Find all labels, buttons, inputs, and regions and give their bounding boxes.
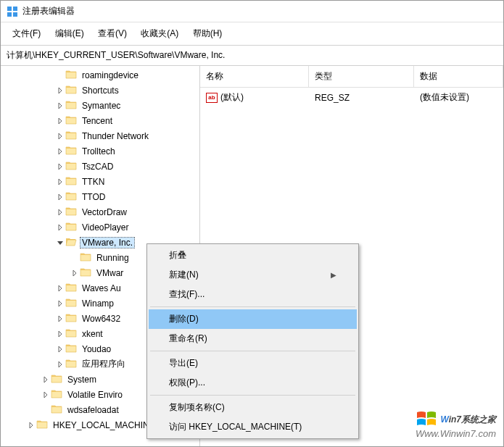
folder-icon [80, 251, 94, 264]
tree-node-label: Wow6432 [80, 314, 123, 324]
chevron-right-icon[interactable] [55, 301, 65, 306]
value-name: (默认) [220, 92, 244, 102]
tree-node-label: VideoPlayer [80, 222, 131, 233]
context-menu-separator [150, 395, 355, 396]
context-menu-item[interactable]: 重命名(R) [149, 329, 357, 348]
list-row[interactable]: ab(默认)REG_SZ(数值未设置) [200, 89, 503, 106]
tree-node[interactable]: Tencent [1, 113, 199, 128]
tree-node-label: Youdao [80, 344, 113, 354]
menu-favorites[interactable]: 收藏夹(A) [135, 25, 184, 42]
tree-node-label: Volatile Enviro [65, 390, 125, 400]
chevron-right-icon[interactable] [55, 316, 65, 322]
folder-icon [51, 388, 65, 401]
folder-icon [65, 145, 80, 157]
chevron-right-icon[interactable] [55, 118, 65, 124]
tree-node-label: 应用程序向 [80, 358, 128, 370]
tree-node-label: Trolltech [80, 146, 117, 156]
tree-node-label: TszCAD [80, 162, 115, 172]
chevron-right-icon[interactable] [55, 209, 65, 215]
svg-rect-1 [13, 7, 17, 11]
tree-node[interactable]: VectorDraw [1, 204, 199, 220]
chevron-right-icon[interactable] [41, 392, 51, 398]
context-menu-separator [150, 351, 355, 351]
folder-icon [65, 69, 80, 81]
address-bar[interactable]: 计算机\HKEY_CURRENT_USER\Software\VMware, I… [1, 46, 503, 66]
tree-node-label: Winamp [80, 298, 116, 309]
chevron-right-icon[interactable] [55, 149, 65, 154]
menu-edit[interactable]: 编辑(E) [49, 25, 90, 42]
col-header-data[interactable]: 数据 [414, 66, 503, 87]
tree-node[interactable]: TszCAD [1, 159, 199, 174]
chevron-right-icon[interactable] [55, 285, 65, 291]
value-type: REG_SZ [309, 92, 414, 104]
context-menu-item[interactable]: 权限(P)... [149, 373, 357, 393]
tree-node[interactable]: TTKN [1, 174, 199, 189]
tree-node-label: System [65, 375, 99, 385]
col-header-type[interactable]: 类型 [309, 66, 414, 87]
context-menu-item[interactable]: 导出(E) [149, 354, 357, 373]
context-menu-item[interactable]: 访问 HKEY_LOCAL_MACHINE(T) [149, 417, 357, 437]
folder-icon [36, 419, 51, 431]
context-menu-separator [150, 306, 355, 307]
folder-icon [65, 84, 80, 96]
menu-view[interactable]: 查看(V) [92, 25, 133, 42]
string-value-icon: ab [206, 93, 218, 103]
tree-node[interactable]: Thunder Network [1, 128, 199, 143]
chevron-right-icon[interactable] [55, 164, 65, 170]
chevron-down-icon[interactable] [55, 240, 65, 246]
tree-node-label: wdsafeloadat [65, 405, 121, 415]
regedit-icon [7, 6, 18, 17]
context-menu-label: 导出(E) [169, 357, 198, 369]
menu-help[interactable]: 帮助(H) [187, 25, 228, 42]
tree-node-label: VMwar [94, 268, 125, 278]
context-menu-item[interactable]: 折叠 [149, 246, 357, 265]
folder-icon [80, 267, 94, 279]
windows-flag-icon [416, 411, 437, 427]
chevron-right-icon[interactable] [55, 179, 65, 185]
chevron-right-icon[interactable] [55, 194, 65, 200]
folder-icon [65, 297, 80, 309]
watermark-url: Www.Winwin7.com [416, 428, 496, 439]
tree-node[interactable]: Trolltech [1, 143, 199, 159]
menu-file[interactable]: 文件(F) [7, 25, 46, 42]
folder-icon [65, 175, 80, 188]
folder-icon [65, 99, 80, 112]
folder-icon [65, 282, 80, 294]
context-menu-label: 删除(D) [169, 313, 199, 325]
context-menu-item[interactable]: 复制项名称(C) [149, 398, 357, 417]
chevron-right-icon[interactable] [55, 362, 65, 367]
chevron-right-icon[interactable] [55, 225, 65, 230]
chevron-right-icon[interactable] [55, 133, 65, 139]
tree-node-label: VMware, Inc. [80, 237, 135, 248]
folder-icon [65, 191, 80, 203]
tree-node[interactable]: Shortcuts [1, 83, 199, 98]
chevron-right-icon[interactable] [55, 103, 65, 109]
context-menu-label: 复制项名称(C) [169, 401, 225, 414]
address-path: 计算机\HKEY_CURRENT_USER\Software\VMware, I… [7, 50, 225, 60]
tree-node-label: Thunder Network [80, 131, 151, 141]
folder-icon [65, 160, 80, 172]
menubar: 文件(F) 编辑(E) 查看(V) 收藏夹(A) 帮助(H) [1, 22, 503, 46]
tree-node[interactable]: roamingdevice [1, 67, 199, 83]
context-menu-item[interactable]: 查找(F)... [149, 285, 357, 304]
context-menu-label: 新建(N) [169, 269, 199, 281]
chevron-right-icon[interactable] [26, 422, 36, 428]
context-menu-label: 访问 HKEY_LOCAL_MACHINE(T) [169, 421, 302, 433]
folder-icon [65, 114, 80, 127]
tree-node[interactable]: VideoPlayer [1, 220, 199, 235]
tree-node[interactable]: TTOD [1, 189, 199, 204]
folder-icon [65, 206, 80, 218]
chevron-right-icon[interactable] [41, 377, 51, 383]
context-menu-label: 重命名(R) [169, 333, 207, 345]
tree-node-label: Running [94, 253, 131, 263]
tree-node-label: Waves Au [80, 283, 123, 293]
chevron-right-icon[interactable] [70, 270, 80, 276]
chevron-right-icon[interactable] [55, 346, 65, 352]
chevron-right-icon[interactable] [55, 331, 65, 337]
folder-icon [51, 404, 65, 416]
col-header-name[interactable]: 名称 [200, 66, 309, 87]
chevron-right-icon[interactable] [55, 88, 65, 93]
tree-node[interactable]: Symantec [1, 98, 199, 113]
context-menu-item[interactable]: 删除(D) [149, 309, 357, 329]
context-menu-item[interactable]: 新建(N)▶ [149, 265, 357, 285]
